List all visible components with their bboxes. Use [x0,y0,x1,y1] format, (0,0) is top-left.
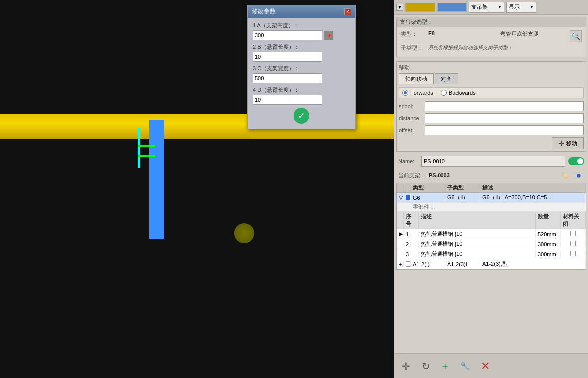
tab-axis-move[interactable]: 轴向移动 [399,73,434,84]
support-dropdown-arrow: ▼ [498,5,502,9]
dialog-close-button[interactable]: × [344,8,351,15]
tree-type-G6: G6 [411,194,445,201]
dialog-body: 1 A（支架高度）： 📌 2 B（悬臂长度）： 3 C（支架宽度）： 4 D（悬… [248,18,355,129]
type-name: 弯管用底部支腿 [500,30,570,38]
support-dropdown-label: 支吊架 [471,3,488,11]
move-tabs: 轴向移动 对齐 [399,73,584,84]
radio-backwards-circle [441,90,447,96]
parts-desc-1: 热轧普通槽钢,[10 [419,230,536,238]
field-D-input[interactable] [253,95,322,105]
tree-subtype-G6: G6（Ⅱ） [445,193,480,202]
dialog-title-bar: 修改参数 × [248,5,355,18]
close-bottom-button[interactable]: ✕ [478,359,493,374]
dialog-ok-button[interactable]: ✓ [294,108,309,124]
radio-backwards-label: Backwards [449,90,476,96]
move-execute-button[interactable]: ✛ 移动 [552,137,584,149]
tool-icon: 🔧 [460,361,470,371]
tree-desc-G6: G6（Ⅱ）,A=300,B=10,C=5... [480,193,586,202]
field-D: 4 D（悬臂长度）： [253,86,350,105]
parts-qty-1: 520mm [536,231,561,238]
name-toggle[interactable] [568,157,584,165]
move-section: 移动 轴向移动 对齐 Forwards Backwards spool: dis… [396,61,586,152]
field-A: 1 A（支架高度）： 📌 [253,22,350,40]
refresh-button[interactable]: ↻ [418,359,433,374]
offset-label: offset: [399,127,425,133]
distance-input[interactable] [425,113,584,123]
distance-label: distance: [399,115,425,121]
parts-check-3[interactable] [561,250,586,258]
field-A-input[interactable] [253,30,322,40]
tree-check-A1[interactable] [404,261,411,267]
tree-row-G6[interactable]: ▽ G6 G6（Ⅱ） G6（Ⅱ）,A=300,B=10,C=5... [397,193,586,203]
dropdown-indicator-1[interactable]: ▼ [396,4,403,11]
move-title: 移动 [399,64,584,71]
tree-subtype-A1: A1-2(3)Ι [445,261,480,268]
move-tool-button[interactable]: ✛ [398,359,413,374]
parts-row-1[interactable]: ▶ 1 热轧普通槽钢,[10 520mm [397,229,586,239]
parts-arrow-3 [397,254,404,255]
type-label: 类型： [401,30,428,38]
right-panel: ▼ 支吊架 ▼ 显示 ▼ 支吊架选型： 类型： F8 弯管用底部支腿 🔍 子类型… [394,0,588,378]
radio-forwards-circle [402,90,408,96]
parts-check-1[interactable] [561,230,586,238]
parts-check-2[interactable] [561,240,586,248]
parts-seq-1: 1 [404,231,419,238]
display-dropdown-label: 显示 [509,3,520,11]
viewport: 修改参数 × 1 A（支架高度）： 📌 2 B（悬臂长度）： 3 C（支架宽度）… [0,0,394,378]
tree-expand-A1[interactable]: + [397,261,404,268]
field-B-input[interactable] [253,52,322,62]
radio-forwards-label: Forwards [410,90,433,96]
support-dropdown[interactable]: 支吊架 ▼ [469,2,504,13]
move-btn-label: 移动 [566,140,577,147]
search-type-button[interactable]: 🔍 [570,30,582,42]
current-support-row: 当前支架： PS-0003 🏷️ ● [394,169,588,183]
blue-circle-icon[interactable]: ● [573,170,584,181]
parts-seq-2: 2 [404,241,419,248]
tree-table: 类型 子类型 描述 ▽ G6 G6（Ⅱ） G6（Ⅱ）,A=300,B=10,C=… [396,183,586,270]
spool-input[interactable] [425,101,584,111]
parts-qty-2: 300mm [536,241,561,248]
add-button[interactable]: ＋ [438,359,453,374]
parts-arrow-1[interactable]: ▶ [397,230,404,238]
radio-backwards[interactable]: Backwards [441,90,476,96]
tag-icon[interactable]: 🏷️ [559,170,570,181]
name-section: Name: [394,154,588,169]
name-label: Name: [398,158,418,164]
parts-col-arrow [397,212,404,229]
parts-seq-3: 3 [404,251,419,258]
bottom-toolbar: ✛ ↻ ＋ 🔧 ✕ [394,353,588,378]
offset-input[interactable] [425,125,584,135]
radio-forwards[interactable]: Forwards [402,90,433,96]
field-C-input[interactable] [253,73,322,83]
parts-row-3[interactable]: 3 热轧普通槽钢,[10 300mm [397,249,586,259]
move-tool-icon: ✛ [402,360,410,372]
pin-icon-A[interactable]: 📌 [324,31,333,40]
name-input[interactable] [421,156,565,167]
field-C: 3 C（支架宽度）： [253,65,350,83]
field-D-label: 4 D（悬臂长度）： [253,86,350,94]
parts-arrow-2 [397,244,404,245]
top-toolbar: ▼ 支吊架 ▼ 显示 ▼ [394,0,588,15]
type-row: 类型： F8 弯管用底部支腿 🔍 [401,30,582,42]
tree-check-G6[interactable] [404,194,411,201]
tree-col-desc: 描述 [480,183,586,192]
parts-row-2[interactable]: 2 热轧普通槽钢,[10 300mm [397,239,586,249]
tree-row-A1[interactable]: + A1-2(I) A1-2(3)Ι A1-2(3),型 [397,259,586,269]
distance-field-row: distance: [399,113,584,123]
tree-type-A1: A1-2(I) [411,261,445,268]
close-bottom-icon: ✕ [481,360,490,373]
parts-desc-3: 热轧普通槽钢,[10 [419,250,536,258]
tree-col-expand [397,183,404,192]
tool-button[interactable]: 🔧 [458,359,473,374]
subtype-value: 系统将根据规则自动选择支架子类型！ [428,44,582,51]
tree-col-check [404,183,411,192]
field-C-label: 3 C（支架宽度）： [253,65,350,72]
display-dropdown[interactable]: 显示 ▼ [506,2,536,13]
tree-expand-G6[interactable]: ▽ [397,194,404,201]
current-support-value: PS-0003 [429,172,556,178]
parts-qty-3: 300mm [536,251,561,258]
modify-params-dialog: 修改参数 × 1 A（支架高度）： 📌 2 B（悬臂长度）： 3 C（支架宽度）… [247,5,356,129]
tab-align[interactable]: 对齐 [435,73,458,84]
bracket-vertical [138,128,140,168]
parts-desc-2: 热轧普通槽钢,[10 [419,240,536,248]
